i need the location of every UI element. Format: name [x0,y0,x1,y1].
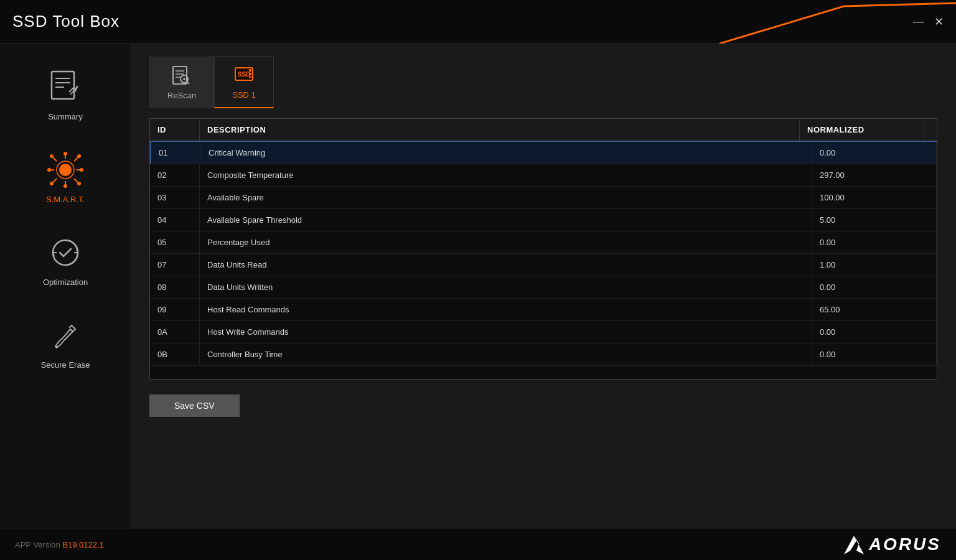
secure-erase-icon [45,315,85,355]
cell-normalized: 0.00 [812,231,937,253]
svg-point-17 [77,154,81,158]
version-label-text: APP Version [15,540,62,549]
svg-line-23 [70,329,73,332]
table-header-description: DESCRIPTION [200,119,800,141]
table-body[interactable]: 01 Critical Warning 0.00 02 Composite Te… [150,142,937,379]
cell-description: Available Spare [200,187,812,208]
sidebar-item-optimization[interactable]: Optimization [0,222,131,298]
sidebar: Summary [0,44,131,560]
cell-normalized: 65.00 [812,299,937,320]
sidebar-item-secure-erase[interactable]: Secure Erase [0,304,131,381]
cell-normalized: 297.00 [812,164,937,186]
table-row: 07 Data Units Read 1.00 [150,254,937,276]
svg-rect-34 [249,69,251,72]
minimize-button[interactable]: — [913,15,924,29]
table-row: 03 Available Spare 100.00 [150,187,937,209]
save-csv-button[interactable]: Save CSV [149,394,240,417]
svg-point-13 [63,184,67,188]
cell-description: Percentage Used [200,231,812,253]
svg-text:SSD: SSD [238,71,251,78]
bottom-bar: APP Version B19.0122.1 AORUS [0,529,956,560]
tab-bar: ReScan SSD SSD 1 [149,56,937,108]
svg-point-31 [183,78,185,80]
cell-normalized: 0.00 [812,276,937,298]
title-bar: SSD Tool Box — ✕ [0,0,956,44]
svg-line-14 [53,157,57,161]
summary-icon [45,67,85,107]
table-row: 04 Available Spare Threshold 5.00 [150,209,937,231]
cell-normalized: 1.00 [812,254,937,276]
content-area: ReScan SSD SSD 1 ID [131,44,956,560]
cell-id: 05 [150,231,200,253]
optimization-icon [45,233,85,273]
version-number: B19.0122.1 [62,540,104,549]
table-row: 08 Data Units Written 0.00 [150,276,937,299]
svg-marker-38 [854,536,864,554]
cell-id: 07 [150,254,200,276]
cell-id: 0B [150,343,200,365]
table-header: ID DESCRIPTION NORMALIZED [150,119,937,142]
aorus-wing-icon [843,533,865,556]
cell-description: Controller Busy Time [200,343,812,365]
rescan-tab-icon [171,65,193,87]
cell-description: Critical Warning [201,142,812,164]
cell-normalized: 100.00 [812,187,937,208]
cell-normalized: 5.00 [812,209,937,231]
table-header-normalized: NORMALIZED [800,119,924,141]
svg-point-11 [80,168,83,172]
table-header-id: ID [150,119,200,141]
table-row: 01 Critical Warning 0.00 [150,142,937,164]
table-row: 02 Composite Temperature 297.00 [150,164,937,187]
svg-point-4 [59,164,72,176]
cell-description: Data Units Read [200,254,812,276]
sidebar-item-smart[interactable]: S.M.A.R.T. [0,139,131,215]
sidebar-item-label-optimization: Optimization [43,278,88,287]
ssd1-tab-icon: SSD [233,64,255,86]
table-row: 05 Percentage Used 0.00 [150,231,937,254]
svg-line-20 [74,179,78,182]
window-controls: — ✕ [913,15,944,29]
tab-rescan-label: ReScan [167,91,196,100]
cell-description: Composite Temperature [200,164,812,186]
cell-description: Data Units Written [200,276,812,298]
cell-normalized: 0.00 [812,142,937,164]
aorus-text: AORUS [869,534,941,554]
app-title: SSD Tool Box [12,12,120,31]
table-row: 0A Host Write Commands 0.00 [150,321,937,343]
cell-id: 08 [150,276,200,298]
svg-point-19 [50,182,54,185]
cell-id: 09 [150,299,200,320]
sidebar-item-label-smart: S.M.A.R.T. [46,195,85,204]
cell-id: 04 [150,209,200,231]
cell-description: Host Write Commands [200,321,812,343]
svg-marker-37 [844,536,856,554]
svg-point-7 [63,152,67,156]
tab-ssd1-label: SSD 1 [232,90,256,100]
sidebar-item-label-summary: Summary [48,112,83,121]
smart-table: ID DESCRIPTION NORMALIZED 01 Critical Wa… [149,118,937,380]
aorus-logo: AORUS [843,533,941,556]
svg-point-15 [50,154,54,158]
cell-description: Available Spare Threshold [200,209,812,231]
table-row: 0B Controller Busy Time 0.00 [150,343,937,366]
svg-rect-36 [249,77,251,78]
sidebar-item-label-secure-erase: Secure Erase [41,360,90,370]
svg-line-18 [53,179,57,182]
cell-description: Host Read Commands [200,299,812,320]
cell-id: 01 [151,142,201,164]
svg-rect-35 [249,73,251,75]
smart-icon [45,150,85,190]
svg-point-21 [77,182,81,185]
cell-normalized: 0.00 [812,343,937,365]
cell-id: 03 [150,187,200,208]
tab-rescan[interactable]: ReScan [149,57,214,108]
tab-ssd1[interactable]: SSD SSD 1 [214,56,274,108]
svg-point-9 [47,168,51,172]
version-info: APP Version B19.0122.1 [15,539,104,550]
table-row: 09 Host Read Commands 65.00 [150,299,937,321]
table-header-spacer [924,119,937,141]
cell-id: 0A [150,321,200,343]
sidebar-item-summary[interactable]: Summary [0,56,131,133]
close-button[interactable]: ✕ [934,15,944,29]
main-layout: Summary [0,44,956,560]
